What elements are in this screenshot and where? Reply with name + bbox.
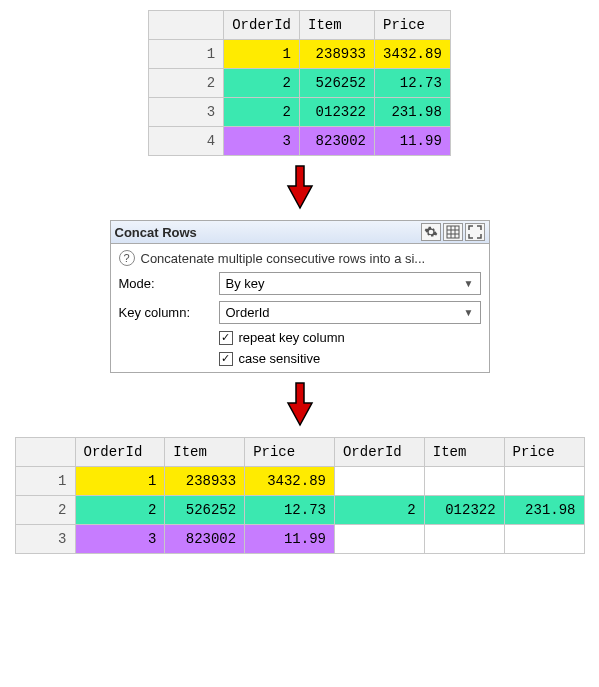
data-cell: 526252	[300, 69, 375, 98]
case-sensitive-label: case sensitive	[239, 351, 321, 366]
col-header: Price	[504, 438, 584, 467]
table-row: 4382300211.99	[149, 127, 451, 156]
data-cell: 823002	[300, 127, 375, 156]
table-row: 2252625212.73	[149, 69, 451, 98]
table-row: 3382300211.99	[15, 525, 584, 554]
data-cell: 012322	[300, 98, 375, 127]
col-header: OrderId	[334, 438, 424, 467]
data-cell	[504, 467, 584, 496]
data-cell	[334, 525, 424, 554]
data-cell: 11.99	[375, 127, 451, 156]
data-cell: 3	[224, 127, 300, 156]
data-cell: 3432.89	[375, 40, 451, 69]
rownum-header	[15, 438, 75, 467]
col-header: Item	[424, 438, 504, 467]
panel-description: Concatenate multiple consecutive rows in…	[141, 251, 426, 266]
data-cell	[424, 467, 504, 496]
col-header: OrderId	[75, 438, 165, 467]
expand-icon[interactable]	[465, 223, 485, 241]
rownum-cell: 2	[15, 496, 75, 525]
table-row: 2252625212.732012322231.98	[15, 496, 584, 525]
rownum-header	[149, 11, 224, 40]
data-cell: 3	[75, 525, 165, 554]
data-cell: 1	[224, 40, 300, 69]
rownum-cell: 1	[15, 467, 75, 496]
col-header: Item	[165, 438, 245, 467]
data-cell	[334, 467, 424, 496]
rownum-cell: 4	[149, 127, 224, 156]
repeat-key-label: repeat key column	[239, 330, 345, 345]
key-column-value: OrderId	[226, 305, 270, 320]
help-icon[interactable]: ?	[119, 250, 135, 266]
data-cell	[504, 525, 584, 554]
rownum-cell: 3	[149, 98, 224, 127]
data-cell: 231.98	[504, 496, 584, 525]
repeat-key-checkbox[interactable]: ✓	[219, 331, 233, 345]
col-header: Item	[300, 11, 375, 40]
data-cell: 1	[75, 467, 165, 496]
data-cell: 2	[75, 496, 165, 525]
data-cell: 12.73	[375, 69, 451, 98]
data-cell: 12.73	[245, 496, 335, 525]
data-cell: 238933	[165, 467, 245, 496]
col-header: OrderId	[224, 11, 300, 40]
panel-titlebar: Concat Rows	[111, 221, 489, 244]
chevron-down-icon: ▼	[464, 307, 474, 318]
panel-title: Concat Rows	[115, 225, 421, 240]
col-header: Price	[375, 11, 451, 40]
data-cell: 526252	[165, 496, 245, 525]
arrow-down-icon	[285, 164, 315, 212]
data-cell: 231.98	[375, 98, 451, 127]
mode-select[interactable]: By key ▼	[219, 272, 481, 295]
mode-label: Mode:	[119, 276, 211, 291]
output-table: OrderId Item Price OrderId Item Price 11…	[15, 437, 585, 554]
rownum-cell: 3	[15, 525, 75, 554]
case-sensitive-checkbox[interactable]: ✓	[219, 352, 233, 366]
data-cell: 2	[224, 69, 300, 98]
panel-description-row: ? Concatenate multiple consecutive rows …	[119, 250, 481, 266]
data-cell: 11.99	[245, 525, 335, 554]
arrow-down-icon	[285, 381, 315, 429]
rownum-cell: 1	[149, 40, 224, 69]
data-cell: 3432.89	[245, 467, 335, 496]
data-cell: 823002	[165, 525, 245, 554]
table-row: 32012322231.98	[149, 98, 451, 127]
table-row: 112389333432.89	[15, 467, 584, 496]
concat-rows-panel: Concat Rows ? Concatenate multiple conse…	[110, 220, 490, 373]
mode-value: By key	[226, 276, 265, 291]
svg-rect-0	[447, 226, 459, 238]
data-cell: 012322	[424, 496, 504, 525]
grid-icon[interactable]	[443, 223, 463, 241]
chevron-down-icon: ▼	[464, 278, 474, 289]
data-cell: 2	[224, 98, 300, 127]
key-column-select[interactable]: OrderId ▼	[219, 301, 481, 324]
key-column-label: Key column:	[119, 305, 211, 320]
input-table: OrderId Item Price 112389333432.89225262…	[148, 10, 451, 156]
gear-icon[interactable]	[421, 223, 441, 241]
data-cell: 2	[334, 496, 424, 525]
data-cell: 238933	[300, 40, 375, 69]
table-row: 112389333432.89	[149, 40, 451, 69]
rownum-cell: 2	[149, 69, 224, 98]
data-cell	[424, 525, 504, 554]
col-header: Price	[245, 438, 335, 467]
